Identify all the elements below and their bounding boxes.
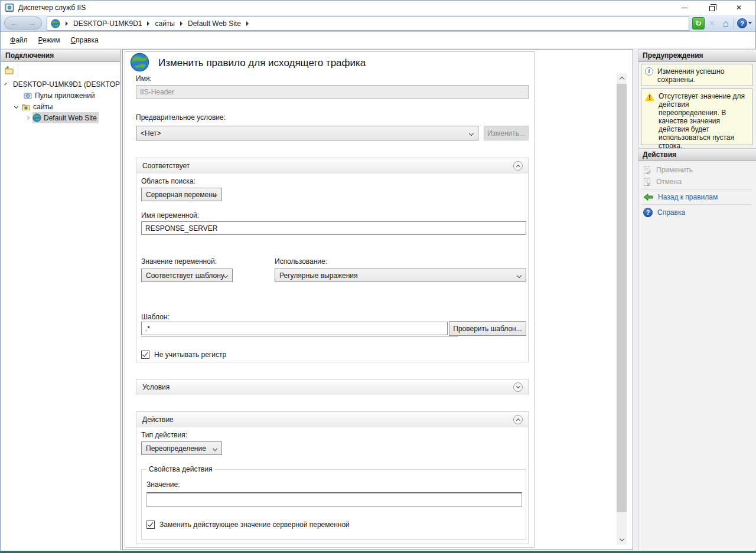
disconnect-icon[interactable]: ✕ [706,17,718,30]
page-title: Изменить правило для исходящего трафика [158,57,366,69]
actions-divider [641,204,752,205]
back-arrow-icon [643,193,653,201]
cancel-button[interactable]: Отмена [643,176,682,187]
tree-label: сайты [33,103,53,111]
scroll-down-button[interactable] [617,535,627,545]
restart-icon[interactable]: ↻ [692,17,705,30]
scope-select[interactable]: Серверная переменн [141,188,222,201]
test-pattern-button[interactable]: Проверить шаблон... [449,321,526,336]
help-dropdown-caret-icon[interactable] [748,22,752,24]
operator-label: Значение переменной: [141,257,217,266]
menu-bar: Файл Режим Справка [1,32,755,48]
chevron-expanded-icon[interactable] [14,104,18,109]
sites-folder-icon [22,103,30,110]
tree-label: DESKTOP-U1MK9D1 (DESKTOP [13,80,120,89]
help-link[interactable]: ? Справка [643,207,685,218]
scrollbar-thumb[interactable] [617,84,627,512]
pattern-field[interactable] [141,322,448,335]
breadcrumb-item-server[interactable]: DESKTOP-U1MK9D1 [73,19,142,28]
window-title: Диспетчер служб IIS [18,4,86,12]
pattern-field-underline [141,336,458,336]
action-type-label: Тип действия: [141,431,187,439]
action-section-header[interactable]: Действие [136,412,528,427]
breadcrumb[interactable]: DESKTOP-U1MK9D1 сайты Default Web Site [47,17,689,31]
tree-item-sites[interactable]: сайты [1,101,120,112]
chevron-collapsed-icon[interactable] [25,116,30,120]
help-icon[interactable]: ? [736,17,748,30]
back-to-rules-link[interactable]: Назад к правилам [643,192,718,202]
edit-precondition-button[interactable]: Изменить... [484,126,529,140]
operator-select[interactable]: Соответствует шаблону [141,269,233,282]
menu-mode[interactable]: Режим [38,36,60,44]
close-icon: ✕ [736,4,742,12]
chevron-down-icon [469,131,474,136]
vertical-scrollbar[interactable] [617,73,627,545]
chevron-expanded-icon[interactable] [4,83,6,85]
tree-item-app-pools[interactable]: Пулы приложений [1,90,120,101]
actions-header: Действия [638,148,756,161]
nav-buttons: ← → [4,17,42,30]
chevron-up-icon [516,418,520,423]
precondition-select[interactable]: <Нет> [136,126,478,140]
back-nav-icon[interactable]: ← [10,19,18,27]
action-section: Действие Тип действия: Переопределение С… [136,411,529,544]
warning-alert: ! Отсутствует значение для действия пере… [641,89,752,145]
action-properties-legend: Свойства действия [146,465,214,473]
variable-name-field[interactable] [141,221,526,235]
close-button[interactable]: ✕ [725,1,752,15]
menu-help[interactable]: Справка [71,36,99,44]
save-connection-folder-icon [5,66,14,74]
ignore-case-label: Не учитывать регистр [154,351,226,359]
breadcrumb-arrow-icon[interactable] [147,21,149,26]
conditions-section-header[interactable]: Условия [136,379,528,395]
minimize-icon [682,8,687,8]
action-value-field[interactable] [146,492,522,507]
replace-value-label: Заменить действующее значение серверной … [159,521,350,529]
restore-button[interactable] [698,1,725,15]
tree-label: Пулы приложений [35,91,95,100]
collapse-section-button[interactable] [513,415,523,424]
scope-label: Область поиска: [141,177,195,185]
chevron-down-icon [619,536,624,541]
actions-divider [641,189,752,190]
menu-file[interactable]: Файл [10,36,28,44]
tree-item-server[interactable]: DESKTOP-U1MK9D1 (DESKTOP [1,78,120,90]
toolbar-divider [734,18,734,28]
chevron-up-icon [516,165,520,169]
tree-item-default-web-site[interactable]: Default Web Site [1,112,120,123]
replace-value-checkbox[interactable] [146,521,155,529]
action-type-select[interactable]: Переопределение [141,441,222,455]
name-field[interactable] [136,85,529,99]
checkmark-icon [142,351,148,356]
breadcrumb-arrow-icon[interactable] [180,21,183,26]
cancel-icon [643,178,651,186]
warning-alert-text: Отсутствует значение для действия переоп… [659,92,749,142]
breadcrumb-arrow-icon[interactable] [66,21,68,26]
expand-section-button[interactable] [513,382,523,392]
breadcrumb-arrow-icon[interactable] [246,21,249,26]
using-label: Использование: [275,257,327,266]
ignore-case-checkbox[interactable] [141,351,149,359]
breadcrumb-item-site[interactable]: Default Web Site [188,19,241,28]
forward-nav-icon[interactable]: → [28,19,36,27]
conditions-section: Условия [136,379,529,395]
apply-icon [643,166,651,175]
name-label: Имя: [136,74,152,83]
match-section-header[interactable]: Соответствует [136,158,528,174]
chevron-down-icon [517,273,522,278]
using-select[interactable]: Регулярные выражения [275,269,526,282]
chevron-down-icon [213,446,217,451]
breadcrumb-item-sites[interactable]: сайты [155,19,175,28]
feature-page: Изменить правило для исходящего трафика … [122,49,633,550]
apply-button[interactable]: Применить [643,165,693,175]
home-icon[interactable]: ⌂ [719,17,732,30]
toolbar-divider [18,64,18,76]
minimize-button[interactable] [671,1,698,15]
collapse-section-button[interactable] [513,161,523,171]
connections-pane: Подключения DESKTOP-U1MK9D1 (DESKTOP [1,49,120,550]
site-globe-icon [51,19,60,28]
scroll-up-button[interactable] [617,73,627,83]
server-icon [10,80,11,89]
save-connection-button[interactable] [4,65,15,76]
info-alert-text: Изменения успешно сохранены. [657,67,749,83]
